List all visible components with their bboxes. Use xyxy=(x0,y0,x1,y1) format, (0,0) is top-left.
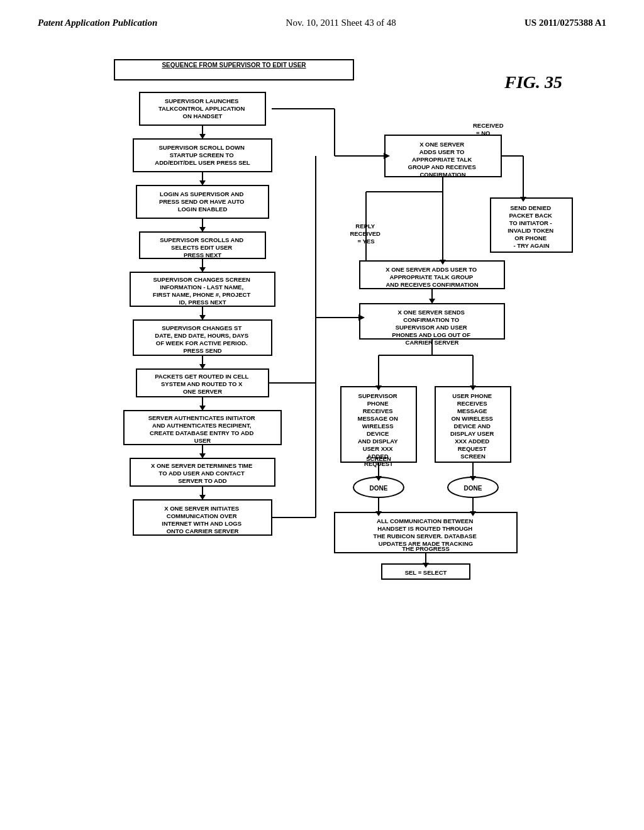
svg-text:SCREEN: SCREEN xyxy=(366,455,391,462)
svg-text:SEL = SELECT: SEL = SELECT xyxy=(405,569,447,576)
content: FIG. 35 SEQUENCE FROM SUPERVISOR TO EDIT… xyxy=(0,35,644,770)
svg-marker-29 xyxy=(199,406,206,411)
svg-marker-49 xyxy=(429,299,435,304)
svg-marker-9 xyxy=(199,180,206,185)
svg-text:X ONE SERVER INITIATES
       : X ONE SERVER INITIATES COMMUNICATION OVE… xyxy=(162,505,243,534)
svg-text:DONE: DONE xyxy=(464,485,482,492)
svg-marker-5 xyxy=(199,134,206,139)
header-patent-number: US 2011/0275388 A1 xyxy=(525,18,606,28)
svg-text:THE PROGRESS: THE PROGRESS xyxy=(402,545,450,552)
svg-text:RECEIVED
        = NO: RECEIVED = NO xyxy=(473,122,505,136)
svg-text:SEND DENIED
        PACKET BAC: SEND DENIED PACKET BACK TO INITIATOR - I… xyxy=(508,204,555,249)
svg-marker-37 xyxy=(199,495,206,500)
svg-marker-21 xyxy=(199,315,206,320)
page: Patent Application Publication Nov. 10, … xyxy=(0,0,644,830)
svg-marker-25 xyxy=(199,364,206,369)
svg-marker-17 xyxy=(199,267,206,272)
header-publication: Patent Application Publication xyxy=(38,18,157,28)
svg-marker-33 xyxy=(199,453,206,458)
flowchart-svg: SEQUENCE FROM SUPERVISOR TO EDIT USER SU… xyxy=(96,53,574,745)
header-date-sheet: Nov. 10, 2011 Sheet 43 of 48 xyxy=(286,18,396,28)
svg-marker-13 xyxy=(199,227,206,232)
svg-text:DONE: DONE xyxy=(370,485,388,492)
figure-label: FIG. 35 xyxy=(504,72,562,92)
header: Patent Application Publication Nov. 10, … xyxy=(0,0,644,35)
svg-text:SEQUENCE FROM SUPERVISOR TO ED: SEQUENCE FROM SUPERVISOR TO EDIT USER xyxy=(162,62,306,69)
svg-text:X ONE SERVER ADDS USER TO
    : X ONE SERVER ADDS USER TO APPROPRIATE TA… xyxy=(386,266,479,288)
svg-text:ALL COMMUNICATION BETWEEN
    : ALL COMMUNICATION BETWEEN HANDSET IS ROU… xyxy=(374,517,479,547)
